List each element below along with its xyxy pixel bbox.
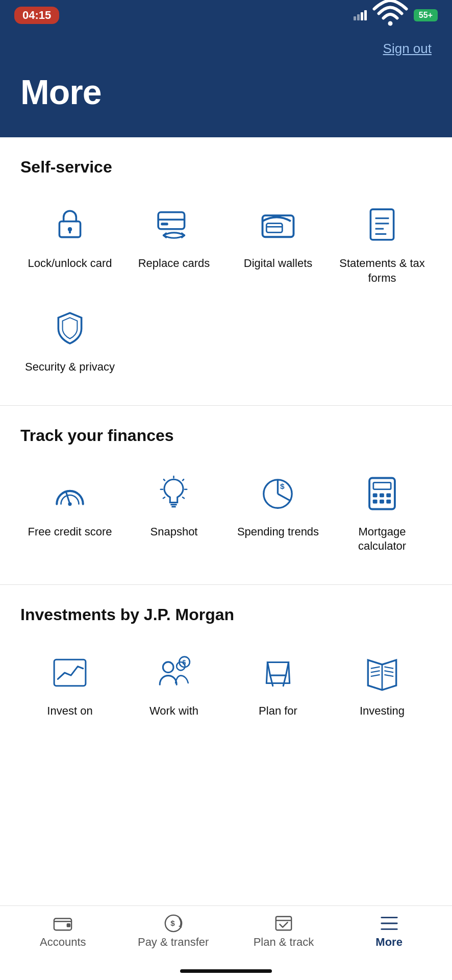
investments-section: Investments by J.P. Morgan Invest on (0, 585, 452, 749)
spending-trends-item[interactable]: $ Spending trends (229, 465, 328, 559)
nav-pay-transfer-label: Pay & transfer (138, 936, 209, 949)
gauge-icon (47, 471, 93, 517)
battery-icon: 55+ (414, 9, 438, 21)
svg-text:$: $ (170, 919, 175, 927)
nav-accounts[interactable]: Accounts (32, 914, 93, 949)
credit-score-item[interactable]: Free credit score (20, 465, 119, 559)
svg-point-40 (163, 662, 173, 673)
signal-icon (354, 10, 367, 20)
svg-rect-36 (373, 499, 378, 503)
wallet-icon (255, 202, 301, 248)
status-time: 04:15 (14, 7, 59, 24)
investments-title: Investments by J.P. Morgan (20, 605, 432, 624)
svg-line-44 (266, 662, 267, 683)
status-bar: 04:15 55+ (0, 0, 452, 31)
nav-accounts-label: Accounts (40, 936, 86, 949)
svg-line-21 (164, 479, 165, 480)
svg-line-53 (384, 667, 393, 668)
svg-line-54 (384, 671, 393, 672)
book-icon (359, 650, 405, 696)
self-service-grid: Lock/unlock card Replace c (20, 197, 432, 380)
svg-point-0 (388, 21, 392, 26)
svg-rect-6 (161, 223, 168, 225)
plan-for-item[interactable]: Plan for (229, 645, 328, 724)
svg-rect-10 (370, 209, 393, 240)
piechart-icon: $ (255, 471, 301, 517)
self-service-section: Self-service Lock/unlock card (0, 137, 452, 406)
svg-line-22 (183, 479, 184, 480)
self-service-title: Self-service (20, 158, 432, 177)
menu-nav-icon (379, 914, 399, 933)
invest-icon (47, 650, 93, 696)
spending-trends-label: Spending trends (237, 525, 319, 540)
svg-rect-39 (54, 659, 86, 685)
svg-line-52 (371, 675, 380, 676)
svg-line-29 (278, 494, 290, 500)
lock-unlock-item[interactable]: Lock/unlock card (20, 197, 119, 290)
digital-wallets-item[interactable]: Digital wallets (229, 197, 328, 290)
replace-icon (151, 202, 197, 248)
investing-label: Investing (360, 704, 405, 719)
track-finances-grid: Free credit score (20, 465, 432, 559)
mortgage-calc-item[interactable]: Mortgage calculator (333, 465, 432, 559)
statements-item[interactable]: Statements & tax forms (333, 197, 432, 290)
transfer-nav-icon: $ (163, 914, 184, 933)
digital-wallets-label: Digital wallets (244, 256, 313, 271)
svg-rect-33 (373, 493, 378, 497)
svg-rect-4 (158, 212, 184, 229)
svg-text:$: $ (280, 481, 285, 490)
investments-grid: Invest on $ Work with (20, 645, 432, 724)
plan-nav-icon (273, 914, 294, 933)
home-bar (180, 969, 272, 973)
replace-cards-item[interactable]: Replace cards (124, 197, 223, 290)
main-content: Self-service Lock/unlock card (0, 137, 452, 905)
nav-plan-track[interactable]: Plan & track (253, 914, 314, 949)
svg-text:$: $ (182, 659, 186, 666)
svg-rect-34 (380, 493, 384, 497)
svg-line-45 (289, 662, 290, 683)
svg-line-48 (283, 675, 286, 686)
track-finances-title: Track your finances (20, 426, 432, 445)
work-with-label: Work with (149, 704, 198, 719)
page-title: More (20, 72, 432, 112)
svg-rect-8 (266, 224, 282, 233)
sign-out-button[interactable]: Sign out (383, 41, 432, 57)
wifi-icon (372, 0, 409, 35)
plan-for-label: Plan for (259, 704, 297, 719)
svg-rect-35 (386, 493, 391, 497)
credit-score-label: Free credit score (28, 525, 112, 540)
mortgage-calc-label: Mortgage calculator (335, 525, 429, 554)
shield-icon (47, 306, 93, 352)
statements-icon (359, 202, 405, 248)
security-privacy-label: Security & privacy (25, 360, 115, 375)
svg-rect-38 (386, 499, 391, 503)
svg-line-55 (384, 675, 393, 676)
work-with-item[interactable]: $ Work with (124, 645, 223, 724)
svg-line-26 (183, 497, 184, 498)
security-privacy-item[interactable]: Security & privacy (20, 301, 119, 380)
svg-rect-60 (276, 917, 291, 930)
chair-icon (255, 650, 301, 696)
nav-more-label: More (375, 936, 403, 949)
replace-cards-label: Replace cards (138, 256, 210, 271)
statements-label: Statements & tax forms (335, 256, 429, 285)
svg-rect-3 (69, 230, 71, 233)
svg-line-51 (371, 671, 380, 672)
home-indicator (0, 964, 452, 980)
lock-icon (47, 202, 93, 248)
nav-plan-track-label: Plan & track (254, 936, 314, 949)
invest-on-item[interactable]: Invest on (20, 645, 119, 724)
status-icons: 55+ (354, 0, 438, 35)
nav-more[interactable]: More (359, 914, 420, 949)
snapshot-label: Snapshot (150, 525, 198, 540)
svg-rect-57 (67, 923, 71, 927)
svg-rect-37 (380, 499, 384, 503)
advisor-icon: $ (151, 650, 197, 696)
snapshot-item[interactable]: Snapshot (124, 465, 223, 559)
wallet-nav-icon (53, 914, 73, 933)
invest-on-label: Invest on (47, 704, 92, 719)
svg-line-47 (270, 675, 273, 686)
investing-item[interactable]: Investing (333, 645, 432, 724)
nav-pay-transfer[interactable]: $ Pay & transfer (138, 914, 209, 949)
svg-line-50 (371, 667, 380, 668)
